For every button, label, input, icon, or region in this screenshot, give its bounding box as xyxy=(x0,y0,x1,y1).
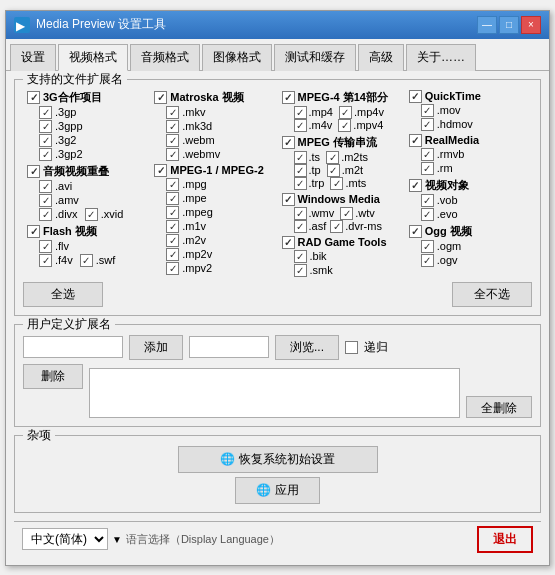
bottom-bar: 中文(简体) ▼ 语言选择（Display Language） 退出 xyxy=(14,521,541,557)
cb-evo[interactable] xyxy=(421,208,434,221)
ext-avi: .avi xyxy=(27,180,146,193)
cb-hdmov[interactable] xyxy=(421,118,434,131)
user-ext-list[interactable] xyxy=(89,368,460,418)
cb-bik[interactable] xyxy=(294,250,307,263)
title-bar: ▶ Media Preview 设置工具 — □ × xyxy=(6,11,549,39)
user-ext-input[interactable] xyxy=(23,336,123,358)
checkbox-mpeg4[interactable] xyxy=(282,91,295,104)
select-none-button[interactable]: 全不选 xyxy=(452,282,532,307)
language-dropdown[interactable]: 中文(简体) xyxy=(22,528,108,550)
checkbox-flash[interactable] xyxy=(27,225,40,238)
tab-image-format[interactable]: 图像格式 xyxy=(202,44,272,71)
tab-audio-format[interactable]: 音频格式 xyxy=(130,44,200,71)
cb-tp[interactable] xyxy=(294,164,307,177)
cb-mkv[interactable] xyxy=(166,106,179,119)
group-realmedia-label: RealMedia xyxy=(425,134,479,146)
cb-mpeg[interactable] xyxy=(166,206,179,219)
tab-video-format[interactable]: 视频格式 xyxy=(58,44,128,71)
cb-3g2[interactable] xyxy=(39,134,52,147)
maximize-button[interactable]: □ xyxy=(499,16,519,34)
checkbox-avi[interactable] xyxy=(27,165,40,178)
cb-mpg[interactable] xyxy=(166,178,179,191)
cb-avi[interactable] xyxy=(39,180,52,193)
cb-webmv[interactable] xyxy=(166,148,179,161)
tab-settings[interactable]: 设置 xyxy=(10,44,56,71)
cb-mpe[interactable] xyxy=(166,192,179,205)
tab-about[interactable]: 关于…… xyxy=(406,44,476,71)
checkbox-windows-media[interactable] xyxy=(282,193,295,206)
tab-advanced[interactable]: 高级 xyxy=(358,44,404,71)
cb-wtv[interactable] xyxy=(340,207,353,220)
cb-ts[interactable] xyxy=(294,151,307,164)
cb-xvid[interactable] xyxy=(85,208,98,221)
ext-m1v: .m1v xyxy=(154,220,273,233)
cb-mp4[interactable] xyxy=(294,106,307,119)
cb-mp2v[interactable] xyxy=(166,248,179,261)
cb-vob[interactable] xyxy=(421,194,434,207)
cb-3gp[interactable] xyxy=(39,106,52,119)
cb-swf[interactable] xyxy=(80,254,93,267)
cb-mp4v[interactable] xyxy=(339,106,352,119)
delete-button[interactable]: 删除 xyxy=(23,364,83,389)
checkbox-rad[interactable] xyxy=(282,236,295,249)
checkbox-realmedia[interactable] xyxy=(409,134,422,147)
checkbox-quicktime[interactable] xyxy=(409,90,422,103)
recursive-label: 递归 xyxy=(364,339,388,356)
cb-mts[interactable] xyxy=(330,177,343,190)
checkbox-mpeg12[interactable] xyxy=(154,164,167,177)
cb-mk3d[interactable] xyxy=(166,120,179,133)
group-avi: 音频视频重叠 xyxy=(27,164,146,179)
cb-rm[interactable] xyxy=(421,162,434,175)
cb-ogv[interactable] xyxy=(421,254,434,267)
cb-webm[interactable] xyxy=(166,134,179,147)
close-button[interactable]: × xyxy=(521,16,541,34)
tab-test-cache[interactable]: 测试和缓存 xyxy=(274,44,356,71)
checkbox-matroska[interactable] xyxy=(154,91,167,104)
cb-trp[interactable] xyxy=(294,177,307,190)
restore-button[interactable]: 🌐 恢复系统初始设置 xyxy=(178,446,378,473)
cb-smk[interactable] xyxy=(294,264,307,277)
cb-3gp2[interactable] xyxy=(39,148,52,161)
cb-mov[interactable] xyxy=(421,104,434,117)
cb-m4v[interactable] xyxy=(294,119,307,132)
cb-mpv4[interactable] xyxy=(338,119,351,132)
browse-button[interactable]: 浏览... xyxy=(275,335,339,360)
cb-m2t[interactable] xyxy=(327,164,340,177)
browse-input[interactable] xyxy=(189,336,269,358)
ext-flv: .flv xyxy=(27,240,146,253)
delete-all-button[interactable]: 全删除 xyxy=(466,396,532,418)
ext-3g2: .3g2 xyxy=(27,134,146,147)
group-windows-media-label: Windows Media xyxy=(298,193,380,205)
exit-button[interactable]: 退出 xyxy=(477,526,533,553)
ext-trp-mts: .trp .mts xyxy=(282,177,401,190)
cb-f4v[interactable] xyxy=(39,254,52,267)
cb-mpv2[interactable] xyxy=(166,262,179,275)
user-ext-section: 用户定义扩展名 添加 浏览... 递归 删除 全删除 xyxy=(14,324,541,427)
cb-wmv[interactable] xyxy=(294,207,307,220)
cb-rmvb[interactable] xyxy=(421,148,434,161)
group-rad-label: RAD Game Tools xyxy=(298,236,387,248)
cb-m2v[interactable] xyxy=(166,234,179,247)
select-all-button[interactable]: 全选 xyxy=(23,282,103,307)
cb-divx[interactable] xyxy=(39,208,52,221)
checkbox-3g[interactable] xyxy=(27,91,40,104)
cb-flv[interactable] xyxy=(39,240,52,253)
checkbox-mpeg-ts[interactable] xyxy=(282,136,295,149)
minimize-button[interactable]: — xyxy=(477,16,497,34)
recursive-checkbox[interactable] xyxy=(345,341,358,354)
apply-button[interactable]: 🌐 应用 xyxy=(235,477,320,504)
cb-3gpp[interactable] xyxy=(39,120,52,133)
cb-ogm[interactable] xyxy=(421,240,434,253)
add-button[interactable]: 添加 xyxy=(129,335,183,360)
misc-section: 杂项 🌐 恢复系统初始设置 🌐 应用 xyxy=(14,435,541,513)
cb-m2ts[interactable] xyxy=(326,151,339,164)
checkbox-ogg[interactable] xyxy=(409,225,422,238)
cb-asf[interactable] xyxy=(294,220,307,233)
misc-label: 杂项 xyxy=(23,427,55,444)
cb-amv[interactable] xyxy=(39,194,52,207)
checkbox-vobj[interactable] xyxy=(409,179,422,192)
cb-m1v[interactable] xyxy=(166,220,179,233)
ext-column-3: MPEG-4 第14部分 .mp4 .mp4v .m4v .mpv4 MPEG … xyxy=(278,90,405,278)
cb-dvrms[interactable] xyxy=(330,220,343,233)
group-3g-label: 3G合作项目 xyxy=(43,90,102,105)
